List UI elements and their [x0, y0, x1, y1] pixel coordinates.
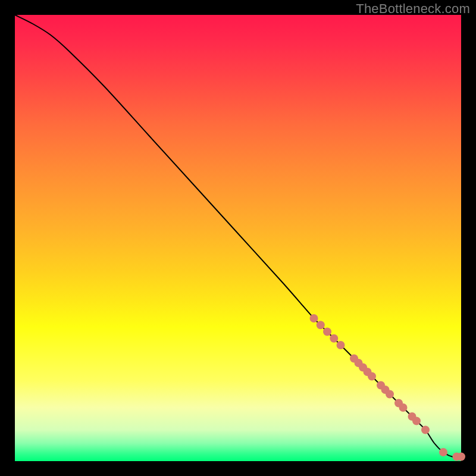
marker-point [323, 328, 331, 336]
chart-stage: TheBottleneck.com [0, 0, 476, 476]
curve-line [15, 15, 461, 457]
marker-point [439, 448, 447, 456]
highlight-markers [310, 314, 466, 461]
marker-point [421, 426, 430, 434]
marker-point [412, 417, 421, 425]
marker-point [330, 334, 338, 343]
marker-point [310, 314, 318, 322]
marker-point [337, 341, 345, 349]
marker-point [457, 453, 465, 461]
marker-point [368, 372, 376, 381]
plot-svg [15, 15, 461, 461]
marker-point [386, 390, 394, 399]
marker-point [317, 321, 325, 329]
plot-area [15, 15, 461, 461]
marker-point [399, 403, 408, 412]
